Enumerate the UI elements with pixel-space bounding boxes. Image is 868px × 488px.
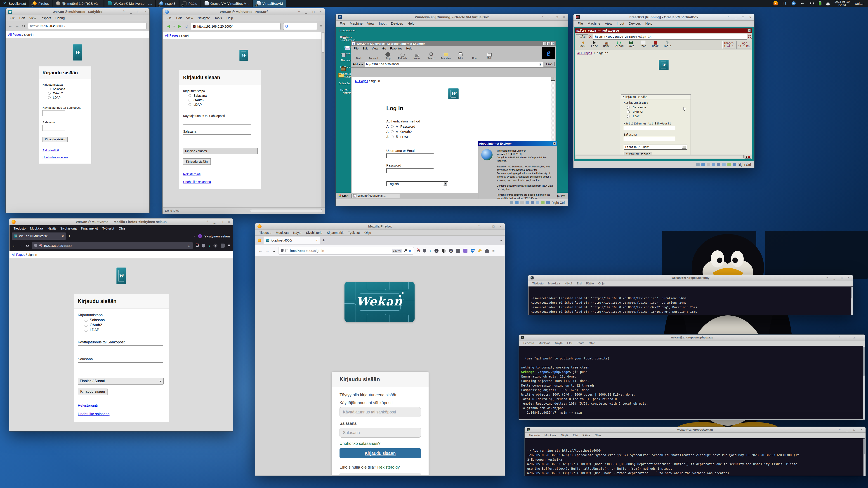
username-input[interactable] bbox=[386, 153, 434, 158]
minimize-button[interactable]: _ bbox=[548, 15, 551, 19]
back-icon[interactable] bbox=[165, 24, 170, 29]
extension-icon[interactable] bbox=[221, 243, 225, 248]
menu-item[interactable]: File bbox=[7, 16, 17, 20]
s-extension-icon[interactable]: S bbox=[213, 243, 217, 248]
menu-item[interactable]: Etsi bbox=[575, 281, 584, 286]
radio-button[interactable] bbox=[627, 110, 630, 113]
forgot-password-link[interactable]: Unohditko salasanasi? bbox=[340, 441, 380, 446]
menu-item[interactable]: Tiedosto bbox=[526, 433, 542, 437]
radio-button[interactable] bbox=[85, 319, 88, 322]
language-select[interactable]: Finnish / Suomi▾ bbox=[624, 144, 687, 150]
signin-button[interactable]: Kirjaudu sisään bbox=[340, 448, 421, 458]
radio-button[interactable] bbox=[85, 324, 88, 327]
ie-toolbar-button[interactable]: Print bbox=[453, 52, 467, 60]
start-button[interactable]: Start bbox=[337, 194, 350, 198]
address-dropdown[interactable]: ▾ bbox=[539, 62, 541, 66]
dillo-toolbar-button[interactable]: Save bbox=[625, 41, 637, 48]
file-button[interactable]: File bbox=[576, 34, 588, 39]
menu-item[interactable]: Muokkaa bbox=[536, 341, 553, 345]
close-button[interactable]: × bbox=[144, 10, 147, 13]
tab-localhost[interactable]: W localhost:4000/ × bbox=[264, 236, 320, 244]
taskbar-window-button[interactable]: WeKan ® Multiverse - L... bbox=[104, 0, 156, 7]
rollup-button[interactable]: ^ bbox=[540, 15, 544, 19]
dark-mode-extension-icon[interactable] bbox=[442, 249, 446, 253]
netsurf-titlebar[interactable]: WeKan ® Multiverse - NetSurf ^_□× bbox=[162, 8, 325, 15]
terminal-output[interactable]: => App running at: http://localhost:4000… bbox=[525, 438, 865, 476]
terminal-titlebar[interactable]: >_ wekan@z: ~/repos/w/php/page ^_□× bbox=[519, 335, 865, 340]
menu-item[interactable]: Help bbox=[404, 46, 414, 51]
reload-icon[interactable] bbox=[273, 250, 275, 252]
rollup-button[interactable]: ^ bbox=[825, 276, 829, 280]
scrollbar[interactable] bbox=[851, 287, 852, 315]
menu-item[interactable]: Ohje bbox=[587, 341, 597, 345]
menu-item[interactable]: View bbox=[370, 46, 380, 51]
minimize-button[interactable]: _ bbox=[845, 336, 848, 339]
username-input[interactable] bbox=[42, 110, 65, 116]
menu-icon[interactable]: ≡ bbox=[492, 249, 495, 253]
menu-item[interactable]: Kirjanmerkit bbox=[324, 230, 346, 235]
menu-item[interactable]: Muokkaa bbox=[542, 433, 559, 437]
applications-menu-button[interactable]: ✕ Sovellukset bbox=[0, 0, 29, 7]
menu-item[interactable]: File bbox=[575, 21, 585, 26]
menu-item[interactable]: Input bbox=[614, 21, 626, 26]
puzzle-extension-icon[interactable] bbox=[485, 249, 489, 253]
taskbar-task-button[interactable]: eWeKan ® Multiverse ... bbox=[351, 194, 400, 198]
menu-item[interactable]: View bbox=[27, 16, 38, 20]
forgot-password-link[interactable]: Unohtuiko salasana bbox=[42, 156, 68, 159]
minimize-button[interactable]: _ bbox=[213, 220, 216, 224]
minimize-button[interactable]: _ bbox=[734, 15, 738, 19]
search-icon[interactable] bbox=[748, 35, 751, 38]
back-icon[interactable]: ← bbox=[8, 24, 12, 28]
maximize-button[interactable]: □ bbox=[840, 276, 843, 280]
address-input[interactable]: http://192.168.0.20:8000/▾ bbox=[365, 62, 543, 67]
menu-item[interactable]: Etsi bbox=[571, 433, 580, 437]
tab-list-chevron-icon[interactable] bbox=[193, 236, 196, 238]
extension-icon[interactable] bbox=[456, 249, 460, 253]
ie-titlebar[interactable]: e WeKan ® Multiverse - Microsoft Interne… bbox=[351, 41, 556, 46]
google-search-box[interactable]: G bbox=[283, 23, 317, 30]
rollup-button[interactable]: ^ bbox=[122, 10, 125, 13]
clear-url-icon[interactable]: ✕ bbox=[589, 35, 592, 39]
ladybird-titlebar[interactable]: W WeKan ® Multiverse - Ladybird ^_□× bbox=[6, 8, 149, 15]
links-button[interactable]: Links bbox=[544, 62, 555, 66]
ie-toolbar-button[interactable]: Favorites bbox=[439, 52, 453, 60]
menu-item[interactable]: View bbox=[602, 21, 614, 26]
menu-item[interactable]: Muokkaa bbox=[274, 230, 291, 235]
reload-icon[interactable] bbox=[186, 25, 188, 28]
menu-item[interactable]: Devices bbox=[389, 21, 405, 26]
terminal-titlebar[interactable]: >_ wekan@z: ~/repos/serenity ^_□× bbox=[528, 275, 853, 281]
menu-item[interactable]: Pääte bbox=[575, 341, 587, 345]
ie-toolbar-button[interactable]: Back bbox=[352, 52, 366, 60]
menu-item[interactable]: File bbox=[352, 46, 360, 51]
register-link[interactable]: Rekisteröinti bbox=[183, 172, 200, 176]
win95-desktop-icon[interactable]: My Computer bbox=[338, 29, 357, 32]
reload-icon[interactable] bbox=[26, 245, 29, 247]
bug-meter[interactable]: 1 bbox=[745, 155, 751, 159]
downloads-icon[interactable]: ↓ bbox=[209, 243, 210, 248]
dialog-titlebar[interactable]: About Internet Explorer × bbox=[478, 141, 557, 146]
ie-toolbar-button[interactable]: Forward bbox=[366, 52, 380, 60]
bookmark-star-icon[interactable]: ☆ bbox=[188, 243, 191, 248]
register-link[interactable]: Rekisteröinti bbox=[42, 149, 59, 152]
rollup-button[interactable]: ^ bbox=[206, 220, 209, 224]
menu-item[interactable]: Navigate bbox=[195, 16, 212, 20]
maximize-button[interactable]: □ bbox=[312, 10, 315, 13]
language-select[interactable]: Suomi bbox=[340, 473, 421, 475]
volume-icon[interactable] bbox=[810, 1, 814, 5]
url-bar[interactable]: http://192.168.0.20:8000/ bbox=[191, 23, 281, 30]
url-input[interactable]: http://192.168.0.20:8000/sign-in bbox=[593, 34, 747, 39]
all-pages-link[interactable]: All Pages bbox=[355, 79, 368, 83]
menu-item[interactable]: Muokkaa bbox=[546, 281, 562, 286]
menu-item[interactable]: File bbox=[338, 21, 347, 26]
username-input[interactable] bbox=[624, 126, 675, 130]
language-select[interactable]: Finnish / Suomi bbox=[183, 148, 258, 154]
maximize-button[interactable]: □ bbox=[547, 42, 551, 45]
menu-item[interactable]: Näytä bbox=[559, 433, 571, 437]
rollup-button[interactable]: ^ bbox=[297, 10, 301, 13]
forward-icon[interactable]: → bbox=[16, 24, 19, 28]
ie-toolbar-button[interactable]: Stop bbox=[381, 52, 395, 60]
menu-item[interactable]: Sivuhistoria bbox=[304, 230, 324, 235]
password-input[interactable] bbox=[42, 125, 65, 131]
menu-item[interactable]: Ohje bbox=[362, 230, 373, 235]
menu-item[interactable]: Muokkaa bbox=[28, 226, 45, 231]
